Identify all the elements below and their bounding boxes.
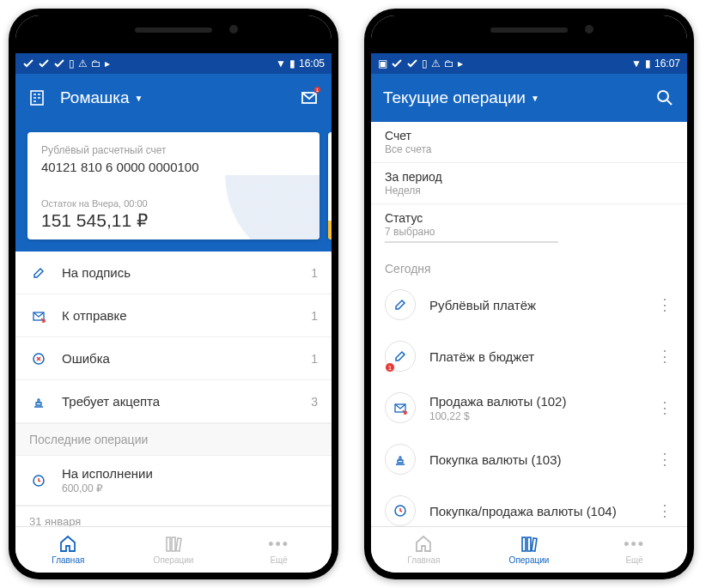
card-balance-label: Остаток на Вчера, 00:00 bbox=[41, 198, 306, 209]
header-title: Текущие операции bbox=[383, 88, 526, 107]
action-count: 1 bbox=[311, 352, 318, 366]
op-row[interactable]: Продажа валюты (102) 100,22 $ ⋮ bbox=[371, 382, 687, 433]
card-balance: 151 545,11 ₽ bbox=[41, 210, 306, 231]
nav-ops[interactable]: Операции bbox=[121, 535, 227, 565]
mail-send-icon bbox=[29, 306, 48, 325]
status-check-icon bbox=[53, 58, 65, 70]
company-icon[interactable] bbox=[27, 88, 48, 108]
action-count: 1 bbox=[311, 266, 318, 280]
card-label: Рублёвый расчетный счет bbox=[41, 144, 306, 156]
ops-icon bbox=[164, 535, 183, 554]
mail-send-icon bbox=[385, 392, 416, 423]
card-number: 40121 810 6 0000 0000100 bbox=[41, 160, 306, 174]
more-button[interactable]: ⋮ bbox=[656, 501, 673, 520]
status-play-icon: ▸ bbox=[105, 58, 110, 70]
status-image-icon: ▣ bbox=[378, 58, 387, 70]
status-phone-icon: ▯ bbox=[69, 58, 75, 70]
more-icon: ••• bbox=[270, 535, 289, 554]
stamp-icon bbox=[385, 444, 416, 475]
more-icon: ••• bbox=[625, 535, 644, 554]
status-shop-icon: 🗀 bbox=[91, 58, 101, 70]
dropdown-icon: ▼ bbox=[135, 94, 143, 103]
clock-icon bbox=[29, 471, 48, 490]
pencil-icon: 1 bbox=[385, 341, 416, 372]
phone-left: ▯ ⚠ 🗀 ▸ ▼ ▮ 16:05 Ромашка ▼ 1 bbox=[9, 9, 338, 579]
stamp-icon bbox=[29, 392, 48, 411]
more-button[interactable]: ⋮ bbox=[656, 450, 673, 469]
bottom-nav: Главная Операции ••• Ещё bbox=[15, 526, 332, 573]
status-check-icon bbox=[406, 58, 418, 70]
status-check-icon bbox=[391, 58, 403, 70]
op-row[interactable]: 1 Платёж в бюджет ⋮ bbox=[371, 330, 687, 382]
dropdown-icon: ▼ bbox=[531, 94, 539, 103]
next-card-peek[interactable] bbox=[328, 132, 332, 239]
action-row-send[interactable]: К отправке 1 bbox=[15, 294, 332, 337]
main-content: На подпись 1 К отправке 1 Ошибка 1 Требу… bbox=[15, 252, 332, 526]
nav-more[interactable]: ••• Ещё bbox=[581, 535, 687, 565]
status-check-icon bbox=[38, 58, 50, 70]
pencil-icon bbox=[29, 264, 48, 282]
header-title-dropdown[interactable]: Текущие операции ▼ bbox=[383, 88, 539, 107]
status-time: 16:05 bbox=[299, 58, 325, 70]
account-card-area: Рублёвый расчетный счет 40121 810 6 0000… bbox=[15, 122, 332, 252]
more-button[interactable]: ⋮ bbox=[656, 398, 673, 417]
status-wifi-icon: ▼ bbox=[631, 58, 642, 70]
filter-status[interactable]: Статус 7 выбрано bbox=[371, 204, 687, 250]
nav-home[interactable]: Главная bbox=[15, 535, 121, 565]
op-row[interactable]: Покупка/продажа валюты (104) ⋮ bbox=[371, 485, 687, 526]
status-shop-icon: 🗀 bbox=[444, 58, 454, 70]
action-count: 3 bbox=[311, 395, 318, 409]
ops-icon bbox=[520, 535, 539, 554]
status-phone-icon: ▯ bbox=[422, 58, 428, 70]
nav-home[interactable]: Главная bbox=[371, 535, 477, 565]
home-icon bbox=[58, 535, 77, 554]
status-wifi-icon: ▼ bbox=[276, 58, 286, 70]
status-check-icon bbox=[22, 58, 34, 70]
messages-badge: 1 bbox=[313, 86, 321, 94]
app-header: Ромашка ▼ 1 bbox=[15, 74, 332, 122]
more-button[interactable]: ⋮ bbox=[656, 347, 673, 366]
messages-button[interactable]: 1 bbox=[299, 88, 320, 108]
phone-right: ▣ ▯ ⚠ 🗀 ▸ ▼ ▮ 16:07 Текущие операции ▼ С… bbox=[364, 9, 694, 579]
bottom-nav: Главная Операции ••• Ещё bbox=[371, 526, 687, 573]
status-bar: ▣ ▯ ⚠ 🗀 ▸ ▼ ▮ 16:07 bbox=[371, 53, 687, 74]
action-count: 1 bbox=[311, 309, 318, 323]
clock-icon bbox=[385, 495, 416, 526]
header-title-dropdown[interactable]: Ромашка ▼ bbox=[60, 88, 143, 107]
header-title: Ромашка bbox=[60, 88, 130, 107]
account-card[interactable]: Рублёвый расчетный счет 40121 810 6 0000… bbox=[27, 132, 320, 239]
action-row-sign[interactable]: На подпись 1 bbox=[15, 252, 332, 294]
action-row-error[interactable]: Ошибка 1 bbox=[15, 337, 332, 380]
status-batt-icon: ▮ bbox=[289, 58, 295, 70]
main-content: Счет Все счета За период Неделя Статус 7… bbox=[371, 122, 687, 526]
filter-account[interactable]: Счет Все счета bbox=[371, 122, 687, 163]
filter-period[interactable]: За период Неделя bbox=[371, 163, 687, 204]
op-badge: 1 bbox=[385, 362, 395, 373]
op-row[interactable]: Рублёвый платёж ⋮ bbox=[371, 279, 687, 330]
recent-op-row[interactable]: На исполнении 600,00 ₽ bbox=[15, 456, 332, 506]
recent-ops-header: Последние операции bbox=[15, 423, 332, 456]
more-button[interactable]: ⋮ bbox=[656, 295, 673, 314]
nav-ops[interactable]: Операции bbox=[477, 535, 582, 565]
error-icon bbox=[29, 349, 48, 368]
pencil-icon bbox=[385, 289, 416, 320]
action-row-accept[interactable]: Требует акцепта 3 bbox=[15, 380, 332, 423]
app-header: Текущие операции ▼ bbox=[371, 74, 687, 122]
status-warn-icon: ⚠ bbox=[431, 58, 441, 70]
op-row[interactable]: Покупка валюты (103) ⋮ bbox=[371, 433, 687, 485]
status-warn-icon: ⚠ bbox=[78, 58, 88, 70]
status-play-icon: ▸ bbox=[458, 58, 463, 70]
status-bar: ▯ ⚠ 🗀 ▸ ▼ ▮ 16:05 bbox=[15, 53, 332, 74]
search-button[interactable] bbox=[654, 88, 675, 108]
status-time: 16:07 bbox=[654, 58, 680, 70]
home-icon bbox=[414, 535, 433, 554]
date-section: 31 января bbox=[15, 506, 332, 526]
status-batt-icon: ▮ bbox=[645, 58, 651, 70]
nav-more[interactable]: ••• Ещё bbox=[226, 535, 332, 565]
section-today: Сегодня bbox=[371, 250, 687, 279]
